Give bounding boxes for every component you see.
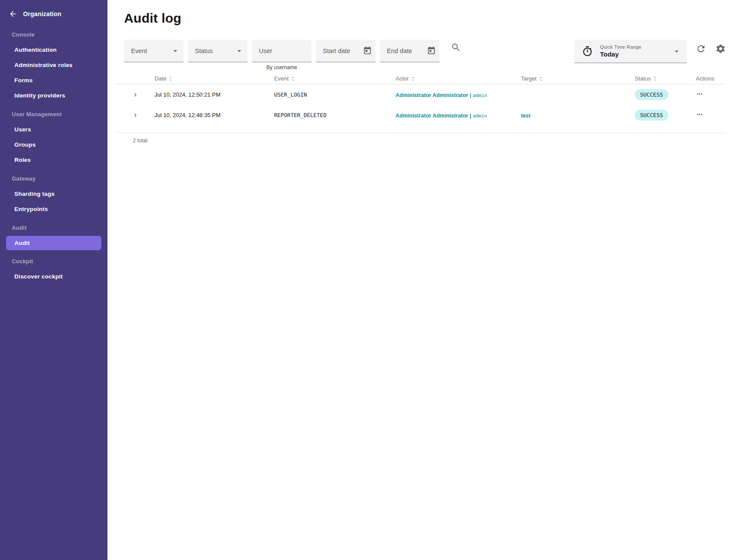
audit-table: Date Event Actor Target Status: [116, 73, 726, 144]
chevron-down-icon: [235, 46, 244, 56]
total-count: 2 total: [133, 137, 726, 144]
actor-link[interactable]: Administrator Administrator | admin: [396, 92, 487, 98]
sidebar-section-cockpit: Cockpit Discover cockpit: [0, 254, 107, 284]
row-date: Jul 10, 2024, 12:48:35 PM: [154, 112, 274, 118]
quick-time-range-label: Quick Time Range: [600, 44, 665, 50]
user-filter-input[interactable]: User: [252, 40, 312, 62]
column-header-event[interactable]: Event: [274, 75, 396, 82]
sidebar-item-discover-cockpit[interactable]: Discover cockpit: [0, 269, 107, 284]
chevron-down-icon: [672, 47, 681, 56]
table-row: Jul 10, 2024, 12:48:35 PM REPORTER_DELET…: [116, 105, 726, 125]
row-status: SUCCESS: [635, 110, 696, 121]
sort-icon: [653, 76, 658, 81]
calendar-icon[interactable]: [363, 46, 372, 55]
quick-time-range-select[interactable]: Quick Time Range Today: [574, 40, 687, 63]
column-label-actor: Actor: [396, 75, 409, 82]
sidebar-section-audit: Audit Audit: [0, 220, 107, 250]
timer-icon: [582, 46, 593, 57]
quick-time-range-value: Today: [600, 50, 665, 58]
column-label-actions: Actions: [696, 75, 714, 82]
actor-name: Administrator Administrator |: [396, 92, 471, 98]
sidebar-nav: Console Authentication Administrative ro…: [0, 27, 107, 284]
app-root: Organization Console Authentication Admi…: [0, 0, 731, 560]
column-header-target[interactable]: Target: [521, 75, 635, 82]
actor-username: admin: [473, 113, 487, 119]
calendar-icon[interactable]: [427, 46, 436, 55]
row-actor: Administrator Administrator | admin: [396, 91, 521, 99]
row-event: USER_LOGIN: [274, 91, 396, 98]
main-content: Audit log Event Status User By username …: [107, 0, 731, 560]
section-label-console: Console: [0, 27, 107, 42]
section-label-audit: Audit: [0, 220, 107, 235]
column-header-date[interactable]: Date: [154, 75, 274, 82]
sidebar-item-groups[interactable]: Groups: [0, 137, 107, 152]
refresh-icon[interactable]: [696, 44, 706, 54]
settings-gear-icon[interactable]: [715, 44, 726, 54]
sidebar-section-user-management: User Management Users Groups Roles: [0, 107, 107, 168]
sort-icon: [410, 76, 416, 81]
column-header-actions: Actions: [696, 75, 726, 82]
row-target: test: [521, 111, 635, 119]
back-arrow-icon[interactable]: [9, 10, 17, 18]
row-actor: Administrator Administrator | admin: [396, 111, 521, 119]
search-icon[interactable]: [451, 42, 461, 53]
table-header-row: Date Event Actor Target Status: [116, 73, 726, 84]
sidebar-section-console: Console Authentication Administrative ro…: [0, 27, 107, 103]
row-actions-kebab-icon[interactable]: [696, 111, 704, 118]
user-filter-helper: By username: [252, 64, 312, 70]
row-status: SUCCESS: [635, 89, 696, 100]
sidebar-section-gateway: Gateway Sharding tags Entrypoints: [0, 171, 107, 217]
column-label-date: Date: [154, 75, 166, 82]
section-label-user-management: User Management: [0, 107, 107, 122]
sidebar-item-administrative-roles[interactable]: Administrative roles: [0, 57, 107, 73]
sidebar-header: Organization: [0, 0, 107, 18]
table-body: Jul 10, 2024, 12:50:21 PM USER_LOGIN Adm…: [116, 84, 726, 133]
row-actions: [696, 111, 726, 120]
sort-icon: [168, 76, 173, 81]
sidebar-item-roles[interactable]: Roles: [0, 152, 107, 168]
sidebar: Organization Console Authentication Admi…: [0, 0, 107, 560]
status-filter-label: Status: [195, 47, 235, 54]
filter-bar: Event Status User By username Start date…: [124, 40, 726, 70]
sidebar-item-forms[interactable]: Forms: [0, 73, 107, 88]
expand-row-icon[interactable]: [132, 91, 139, 98]
sidebar-item-users[interactable]: Users: [0, 122, 107, 137]
row-event: REPORTER_DELETED: [274, 112, 396, 118]
page-title: Audit log: [124, 11, 726, 26]
actor-username: admin: [473, 93, 487, 98]
status-badge: SUCCESS: [635, 89, 668, 100]
sidebar-item-authentication[interactable]: Authentication: [0, 42, 107, 57]
column-header-actor[interactable]: Actor: [396, 75, 521, 82]
row-date: Jul 10, 2024, 12:50:21 PM: [154, 91, 274, 98]
section-label-cockpit: Cockpit: [0, 254, 107, 269]
column-header-status[interactable]: Status: [635, 75, 696, 82]
user-filter-wrap: User By username: [252, 40, 312, 70]
sidebar-item-entrypoints[interactable]: Entrypoints: [0, 201, 107, 217]
actor-link[interactable]: Administrator Administrator | admin: [396, 113, 487, 119]
user-filter-placeholder: User: [259, 47, 308, 54]
row-actions-kebab-icon[interactable]: [696, 90, 704, 98]
start-date-filter[interactable]: Start date: [316, 40, 376, 62]
column-label-status: Status: [635, 75, 651, 82]
column-label-target: Target: [521, 75, 537, 82]
status-filter-select[interactable]: Status: [188, 40, 248, 62]
section-label-gateway: Gateway: [0, 171, 107, 186]
sort-icon: [538, 76, 543, 81]
end-date-label: End date: [387, 47, 427, 54]
table-row: Jul 10, 2024, 12:50:21 PM USER_LOGIN Adm…: [116, 84, 726, 105]
chevron-down-icon: [171, 46, 180, 56]
target-link[interactable]: test: [521, 113, 530, 119]
event-filter-label: Event: [131, 47, 171, 54]
sidebar-item-identity-providers[interactable]: Identity providers: [0, 88, 107, 103]
sidebar-item-audit[interactable]: Audit: [6, 236, 101, 250]
expander-cell: [116, 91, 154, 98]
quick-time-range-text: Quick Time Range Today: [600, 44, 665, 58]
organization-title: Organization: [23, 10, 61, 17]
column-label-event: Event: [274, 75, 288, 82]
event-filter-select[interactable]: Event: [124, 40, 184, 62]
expander-cell: [116, 112, 154, 119]
end-date-filter[interactable]: End date: [380, 40, 439, 62]
expand-row-icon[interactable]: [132, 112, 139, 119]
row-actions: [696, 90, 726, 100]
sidebar-item-sharding-tags[interactable]: Sharding tags: [0, 186, 107, 201]
